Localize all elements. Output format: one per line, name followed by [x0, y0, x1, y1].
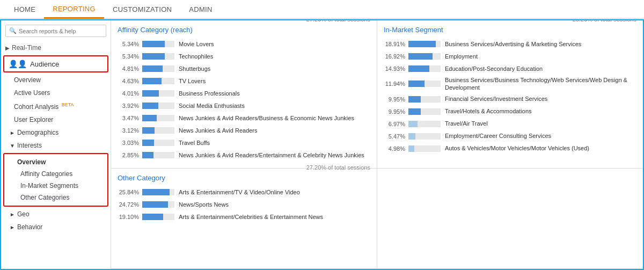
- sidebar-overview[interactable]: Overview: [1, 74, 111, 86]
- interests-submenu: Overview Affinity Categories In-Market S…: [3, 153, 108, 207]
- row-label: Employment/Career Consulting Services: [445, 132, 636, 140]
- row-label: Employment: [445, 53, 636, 60]
- bar-chart: [142, 65, 174, 72]
- bar-fill: [408, 65, 429, 72]
- bar-chart: [142, 127, 174, 134]
- bar-chart: [142, 90, 174, 97]
- beta-badge: BETA: [62, 102, 74, 107]
- bar-fill: [408, 53, 433, 60]
- bar-fill: [142, 201, 168, 208]
- audience-label: Audience: [30, 60, 59, 68]
- bar-fill: [142, 214, 163, 220]
- percentage-value: 4.98%: [384, 145, 405, 152]
- table-row: 5.34%Technophiles: [118, 52, 370, 61]
- nav-home[interactable]: HOME: [5, 1, 44, 18]
- sidebar-active-users[interactable]: Active Users: [1, 86, 111, 99]
- row-label: News Junkies & Avid Readers: [179, 127, 370, 134]
- other-data-rows: 25.84%Arts & Entertainment/TV & Video/On…: [118, 187, 370, 222]
- sidebar-in-market-segments[interactable]: In-Market Segments: [4, 180, 107, 192]
- sidebar-geo[interactable]: ► Geo: [1, 208, 111, 221]
- percentage-value: 19.10%: [118, 214, 139, 220]
- sidebar-behavior[interactable]: ► Behavior: [1, 221, 111, 233]
- main-layout: 🔍 ▶ Real-Time 👤👤 Audience Overview Activ…: [0, 19, 644, 270]
- interests-label: Interests: [17, 142, 42, 149]
- bar-chart: [408, 41, 441, 47]
- bar-fill: [142, 53, 165, 60]
- affinity-panel-header: Affinity Category (reach) 27.20% of tota…: [118, 26, 370, 35]
- bar-fill: [142, 189, 170, 195]
- bar-chart: [408, 96, 441, 103]
- bar-fill: [142, 90, 159, 97]
- affinity-panel: Affinity Category (reach) 27.20% of tota…: [111, 20, 377, 168]
- audience-icon: 👤👤: [9, 60, 27, 68]
- interests-overview-label[interactable]: Overview: [4, 156, 107, 168]
- affinity-title: Affinity Category (reach): [118, 26, 193, 34]
- percentage-value: 5.34%: [118, 41, 139, 47]
- bar-chart: [142, 41, 174, 47]
- table-row: 9.95%Financial Services/Investment Servi…: [384, 94, 636, 104]
- realtime-header[interactable]: ▶ Real-Time: [1, 41, 111, 54]
- bar-fill: [142, 41, 165, 47]
- sidebar-other-categories[interactable]: Other Categories: [4, 192, 107, 203]
- behavior-arrow-icon: ►: [10, 224, 15, 230]
- demographics-label: Demographics: [17, 129, 58, 136]
- bar-chart: [142, 214, 174, 220]
- main-content: Affinity Category (reach) 27.20% of tota…: [111, 20, 643, 269]
- bar-chart: [408, 145, 441, 152]
- table-row: 3.47%News Junkies & Avid Readers/Busines…: [118, 113, 370, 123]
- geo-label: Geo: [17, 210, 30, 218]
- table-row: 25.84%Arts & Entertainment/TV & Video/On…: [118, 187, 370, 197]
- percentage-value: 4.81%: [118, 65, 139, 72]
- nav-reporting[interactable]: REPORTING: [44, 1, 104, 19]
- bar-fill: [142, 78, 162, 84]
- inmarket-subtitle: 25.20% of total sessions: [573, 20, 636, 23]
- sidebar-affinity-categories[interactable]: Affinity Categories: [4, 168, 107, 180]
- bar-fill: [408, 145, 414, 152]
- percentage-value: 2.85%: [118, 152, 139, 158]
- percentage-value: 6.97%: [384, 121, 405, 127]
- row-label: Business Services/Business Technology/We…: [445, 76, 636, 92]
- sidebar-user-explorer[interactable]: User Explorer: [1, 113, 111, 126]
- bar-chart: [408, 108, 441, 115]
- other-subtitle: 27.20% of total sessions: [306, 164, 370, 171]
- table-row: 3.03%Travel Buffs: [118, 138, 370, 148]
- bar-chart: [142, 201, 174, 208]
- inmarket-data-rows: 18.91%Business Services/Advertising & Ma…: [384, 39, 636, 154]
- interests-arrow-icon: ▼: [10, 143, 15, 149]
- row-label: Arts & Entertainment/Celebrities & Enter…: [179, 213, 370, 221]
- bar-fill: [142, 152, 153, 158]
- sidebar-cohort[interactable]: Cohort Analysis BETA: [1, 99, 111, 113]
- row-label: News Junkies & Avid Readers/Entertainmen…: [179, 151, 370, 159]
- bar-chart: [408, 65, 441, 72]
- sidebar-interests[interactable]: ▼ Interests: [1, 139, 111, 152]
- percentage-value: 11.94%: [384, 81, 405, 87]
- percentage-value: 5.47%: [384, 133, 405, 140]
- nav-customization[interactable]: CUSTOMIZATION: [104, 1, 180, 18]
- row-label: News/Sports News: [179, 201, 370, 208]
- table-row: 11.94%Business Services/Business Technol…: [384, 76, 636, 92]
- audience-section[interactable]: 👤👤 Audience: [3, 55, 108, 72]
- nav-admin[interactable]: ADMIN: [180, 1, 221, 18]
- row-label: Education/Post-Secondary Education: [445, 65, 636, 72]
- other-panel: Other Category 27.20% of total sessions …: [111, 169, 377, 268]
- search-input[interactable]: [19, 28, 103, 34]
- row-label: Social Media Enthusiasts: [179, 102, 370, 110]
- bar-chart: [142, 115, 174, 121]
- table-row: 4.63%TV Lovers: [118, 76, 370, 86]
- table-row: 5.34%Movie Lovers: [118, 39, 370, 49]
- bar-chart: [408, 81, 441, 87]
- row-label: TV Lovers: [179, 77, 370, 85]
- realtime-arrow-icon: ▶: [5, 45, 10, 51]
- demographics-arrow-icon: ►: [10, 130, 15, 136]
- inmarket-title: In-Market Segment: [384, 26, 443, 34]
- search-box[interactable]: 🔍: [5, 25, 106, 37]
- table-row: 4.98%Autos & Vehicles/Motor Vehicles/Mot…: [384, 144, 636, 154]
- sidebar: 🔍 ▶ Real-Time 👤👤 Audience Overview Activ…: [1, 20, 111, 269]
- bar-fill: [408, 96, 421, 103]
- table-row: 24.72%News/Sports News: [118, 200, 370, 209]
- sidebar-demographics[interactable]: ► Demographics: [1, 126, 111, 139]
- top-panels-row: Affinity Category (reach) 27.20% of tota…: [111, 20, 643, 169]
- bar-fill: [408, 108, 421, 115]
- table-row: 6.97%Travel/Air Travel: [384, 119, 636, 129]
- table-row: 14.93%Education/Post-Secondary Education: [384, 64, 636, 74]
